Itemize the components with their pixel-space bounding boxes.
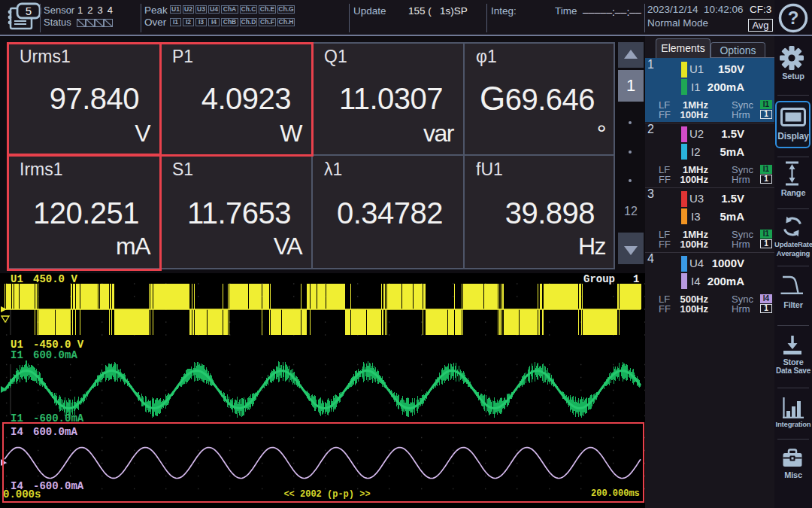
svg-text:?: ? bbox=[788, 8, 799, 28]
svg-text:5: 5 bbox=[26, 5, 32, 17]
